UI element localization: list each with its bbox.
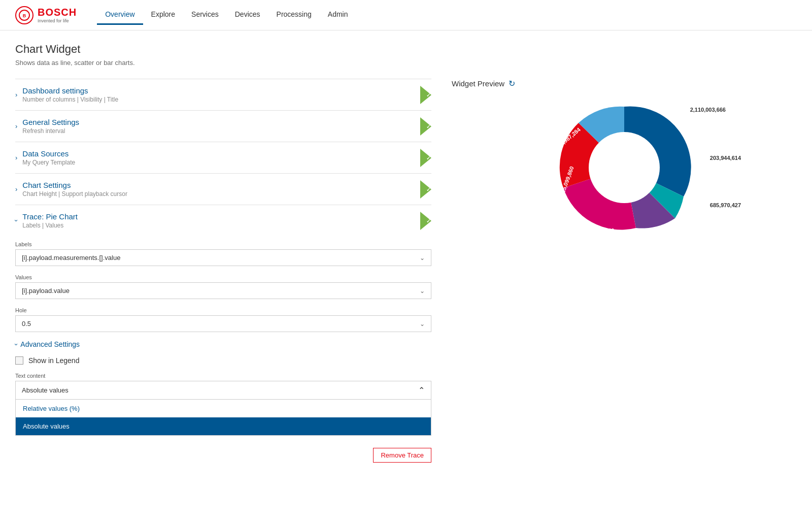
accordion-trace-pie-chart-header[interactable]: › Trace: Pie Chart Labels | Values ✓ bbox=[15, 205, 431, 236]
check-icon-5: ✓ bbox=[426, 218, 430, 223]
hole-field-label: Hole bbox=[15, 307, 431, 313]
nav-admin[interactable]: Admin bbox=[320, 5, 356, 25]
nav-processing[interactable]: Processing bbox=[268, 5, 320, 25]
refresh-icon[interactable]: ↻ bbox=[509, 79, 515, 88]
accordion-dashboard-settings-title: Dashboard settings bbox=[22, 86, 431, 95]
advanced-settings-label: Advanced Settings bbox=[20, 340, 80, 348]
field-hole: Hole 0.5 ⌄ bbox=[15, 307, 431, 332]
accordion-data-sources-header[interactable]: › Data Sources My Query Template ✓ bbox=[15, 142, 431, 173]
values-field-label: Values bbox=[15, 274, 431, 280]
accordion-dashboard-settings: › Dashboard settings Number of columns |… bbox=[15, 79, 431, 110]
page-subtitle: Shows data as line, scatter or bar chart… bbox=[15, 59, 797, 67]
accordion-general-settings-title: General Settings bbox=[22, 118, 431, 126]
accordion-badge-datasources: ✓ bbox=[420, 149, 431, 167]
page-content: Chart Widget Shows data as line, scatter… bbox=[0, 30, 812, 485]
nav-overview[interactable]: Overview bbox=[97, 5, 143, 25]
accordion-data-sources: › Data Sources My Query Template ✓ bbox=[15, 142, 431, 173]
dropdown-option-relative[interactable]: Relative values (%) bbox=[16, 400, 431, 417]
accordion-chart-settings-header[interactable]: › Chart Settings Chart Height | Support … bbox=[15, 174, 431, 205]
widget-preview-header: Widget Preview ↻ bbox=[452, 79, 797, 88]
nav-explore[interactable]: Explore bbox=[143, 5, 183, 25]
logo-icon: B bbox=[15, 6, 33, 24]
labels-select-value: [i].payload.measurements.[].value bbox=[22, 254, 120, 262]
text-content-select[interactable]: Absolute values ⌃ bbox=[15, 381, 431, 399]
chevron-up-textcontent: ⌃ bbox=[418, 385, 425, 395]
accordion-general-settings-header[interactable]: › General Settings Refresh interval ✓ bbox=[15, 111, 431, 142]
check-icon-4: ✓ bbox=[426, 186, 430, 192]
left-panel: › Dashboard settings Number of columns |… bbox=[15, 79, 431, 473]
accordion-chart-settings: › Chart Settings Chart Height | Support … bbox=[15, 173, 431, 205]
accordion-data-sources-subtitle: My Query Template bbox=[22, 159, 431, 166]
main-nav: Overview Explore Services Devices Proces… bbox=[97, 5, 356, 25]
advanced-settings-section: › Advanced Settings Show in Legend Text … bbox=[15, 340, 431, 436]
app-header: B BOSCH Invented for life Overview Explo… bbox=[0, 0, 812, 30]
dropdown-option-absolute[interactable]: Absolute values bbox=[16, 417, 431, 435]
accordion-badge-general: ✓ bbox=[420, 117, 431, 136]
advanced-settings-header[interactable]: › Advanced Settings bbox=[15, 340, 431, 348]
chevron-down-icon-2: › bbox=[15, 122, 17, 130]
field-text-content: Text content Absolute values ⌃ Relative … bbox=[15, 373, 431, 436]
field-labels: Labels [i].payload.measurements.[].value… bbox=[15, 241, 431, 266]
accordion-chart-settings-title: Chart Settings bbox=[22, 181, 431, 189]
chevron-down-icon-4: › bbox=[15, 185, 17, 193]
accordion-dashboard-settings-subtitle: Number of columns | Visibility | Title bbox=[22, 96, 431, 103]
label-purple: 685,970,427 bbox=[710, 202, 741, 208]
accordion-trace-pie-chart-title: Trace: Pie Chart bbox=[22, 212, 431, 221]
text-content-dropdown: Relative values (%) Absolute values bbox=[15, 399, 431, 436]
label-blue: 2,110,003,666 bbox=[690, 107, 726, 113]
logo-brand: BOSCH bbox=[38, 7, 77, 18]
accordion-general-settings: › General Settings Refresh interval ✓ bbox=[15, 110, 431, 142]
check-icon: ✓ bbox=[426, 92, 430, 97]
values-select-value: [i].payload.value bbox=[22, 287, 70, 295]
remove-trace-button[interactable]: Remove Trace bbox=[373, 448, 431, 463]
accordion-data-sources-title: Data Sources bbox=[22, 149, 431, 158]
chevron-up-advanced: › bbox=[13, 343, 20, 345]
show-legend-row: Show in Legend bbox=[15, 356, 431, 365]
values-select[interactable]: [i].payload.value ⌄ bbox=[15, 282, 431, 299]
show-legend-label: Show in Legend bbox=[28, 356, 79, 365]
accordion-trace-body: Labels [i].payload.measurements.[].value… bbox=[15, 236, 431, 473]
show-legend-checkbox[interactable] bbox=[15, 356, 23, 365]
chevron-down-values: ⌄ bbox=[420, 287, 425, 295]
hole-select[interactable]: 0.5 ⌄ bbox=[15, 315, 431, 332]
accordion-dashboard-settings-header[interactable]: › Dashboard settings Number of columns |… bbox=[15, 79, 431, 110]
hole-select-value: 0.5 bbox=[22, 320, 31, 328]
widget-preview-title: Widget Preview bbox=[452, 79, 504, 88]
accordion-trace-pie-chart: › Trace: Pie Chart Labels | Values ✓ bbox=[15, 205, 431, 473]
right-panel: Widget Preview ↻ bbox=[442, 79, 797, 473]
field-values: Values [i].payload.value ⌄ bbox=[15, 274, 431, 299]
accordion-trace-pie-chart-subtitle: Labels | Values bbox=[22, 222, 431, 229]
logo-text: BOSCH Invented for life bbox=[38, 7, 77, 23]
check-icon-2: ✓ bbox=[426, 123, 430, 129]
text-content-label: Text content bbox=[15, 373, 431, 379]
label-teal: 203,944,614 bbox=[710, 155, 741, 161]
chevron-down-icon: › bbox=[15, 91, 17, 99]
chevron-down-labels: ⌄ bbox=[420, 254, 425, 262]
bosch-logo-svg: B bbox=[19, 10, 30, 21]
check-icon-3: ✓ bbox=[426, 155, 430, 160]
logo-tagline: Invented for life bbox=[38, 18, 77, 23]
accordion-chart-settings-subtitle: Chart Height | Support playback cursor bbox=[22, 190, 431, 198]
labels-select[interactable]: [i].payload.measurements.[].value ⌄ bbox=[15, 249, 431, 266]
donut-hole bbox=[589, 132, 660, 203]
accordion-badge-chartsettings: ✓ bbox=[420, 180, 431, 199]
accordion-badge-trace: ✓ bbox=[420, 212, 431, 230]
page-title: Chart Widget bbox=[15, 43, 797, 56]
donut-chart: 2,110,003,666 203,944,614 685,970,427 1,… bbox=[553, 96, 695, 239]
chevron-up-icon: › bbox=[13, 219, 20, 221]
text-content-value: Absolute values bbox=[22, 386, 69, 394]
main-layout: › Dashboard settings Number of columns |… bbox=[15, 79, 797, 473]
nav-services[interactable]: Services bbox=[183, 5, 227, 25]
nav-devices[interactable]: Devices bbox=[227, 5, 268, 25]
labels-field-label: Labels bbox=[15, 241, 431, 247]
chevron-down-hole: ⌄ bbox=[420, 320, 425, 328]
accordion-general-settings-subtitle: Refresh interval bbox=[22, 127, 431, 135]
chevron-down-icon-3: › bbox=[15, 154, 17, 161]
svg-text:B: B bbox=[23, 13, 26, 18]
logo: B BOSCH Invented for life bbox=[15, 6, 77, 24]
label-pink: 1,320,947,240 bbox=[579, 227, 614, 234]
accordion-badge-dashboard: ✓ bbox=[420, 86, 431, 104]
